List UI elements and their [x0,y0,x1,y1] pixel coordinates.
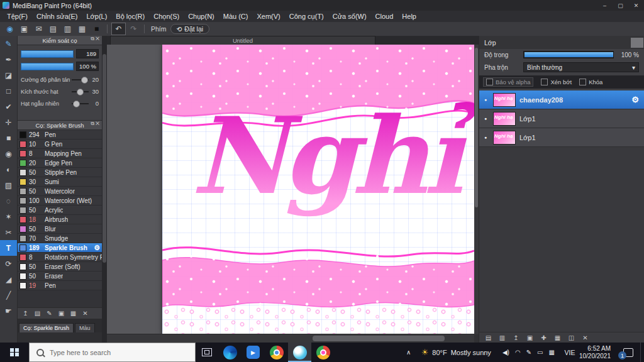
brush-folder-icon[interactable]: ▦ [69,310,78,317]
blend-mode-select[interactable]: Bình thường ▾ [523,62,639,72]
pen-tool-icon[interactable]: ✒ [0,52,17,67]
menu-item-mau[interactable]: Màu (C) [219,11,253,22]
text-tool-icon[interactable]: T [0,240,17,256]
tray-chevron-up-icon[interactable]: ∧ [402,343,416,362]
brush-size-slider[interactable] [21,50,74,58]
keyboard-icon[interactable]: ▦ [548,349,554,356]
document-canvas[interactable]: Nghỉ hạ [162,45,474,334]
delete-layer-icon[interactable]: ✕ [580,334,590,341]
menu-item-chup[interactable]: Chụp(N) [184,11,219,22]
show-desktop-button[interactable] [640,343,644,362]
layer-row[interactable]: ● Nghỉ hạ Lớp1 [479,109,644,128]
language-indicator[interactable]: VIE [560,343,579,362]
close-button[interactable]: ✕ [628,0,644,11]
scissors-tool-icon[interactable]: ✂ [0,224,17,240]
rotate-tool-icon[interactable]: ⟳ [0,256,17,272]
taskbar-media-app[interactable]: ▶ [242,343,265,362]
brush-item[interactable]: 50Watercolor [18,187,102,196]
brush-opacity-slider[interactable] [21,63,74,70]
start-button[interactable] [0,343,29,362]
brush-item[interactable]: 18Airbrush [18,215,102,224]
layer-visibility-icon[interactable]: ● [482,116,489,121]
brush-item[interactable]: 100Watercolor (Wet) [18,196,102,206]
apply-tool-icon[interactable]: ✔ [0,99,17,114]
new-folder-icon[interactable]: ▥ [497,334,507,341]
menu-item-lop[interactable]: Lớp(L) [82,11,111,22]
task-view-button[interactable] [196,343,218,362]
menu-item-help[interactable]: Help [397,11,421,22]
bucket-tool-icon[interactable]: ◉ [0,146,17,162]
document-tab[interactable]: Untitled [110,36,375,45]
layer-row-selected[interactable]: ● Nghỉ hạ chaenday208 ⚙ [479,90,644,109]
gradient-tool-icon[interactable]: ◐ [0,162,17,177]
tab-brush[interactable]: Cọ: Sparkle Brush [19,323,74,332]
menu-item-chinh-sua[interactable]: Chỉnh sửa(E) [32,11,82,22]
move-tool-icon[interactable]: ✛ [0,114,17,130]
tab-color[interactable]: Màu [75,323,95,332]
layer-visibility-icon[interactable]: ● [482,97,489,102]
network-icon[interactable]: ◠ [515,349,521,356]
menu-item-xem[interactable]: Xem(V) [252,11,284,22]
delete-brush-icon[interactable]: ✕ [80,310,90,317]
grid-icon[interactable]: ▦ [75,23,89,35]
document-icon[interactable]: ▥ [61,23,74,35]
brush-item[interactable]: 19Pen [18,281,102,290]
brush-item[interactable]: 50Eraser (Soft) [18,262,102,272]
edit-brush-icon[interactable]: ✎ [45,310,54,317]
taskbar-weather-widget[interactable]: ☀ 80°F Mostly sunny [416,343,497,362]
brush-item[interactable]: 30Sumi [18,177,102,187]
taskbar-edge-app[interactable] [218,343,242,362]
panel-dock-handle[interactable] [631,38,643,48]
taskbar-chrome-app[interactable] [265,343,288,362]
protect-alpha-checkbox[interactable]: Bảo vệ alpha [483,77,533,87]
comment-icon[interactable]: ✉ [32,23,45,35]
layer-row[interactable]: ● Nghỉ hạ Lớp1 [479,128,644,147]
transfer-layer-icon[interactable]: ↥ [511,334,521,341]
brush-tool-icon[interactable]: ✎ [0,36,17,52]
brush-item-selected[interactable]: 189Sparkle Brush⚙ [18,243,102,253]
swatch-icon[interactable]: ■ [90,23,103,35]
menu-item-bo-loc[interactable]: Bộ lọc(R) [111,11,149,22]
reorder-brush-icon[interactable]: ↥ [21,310,30,317]
merge-layer-icon[interactable]: ▣ [525,334,535,341]
menu-item-chon[interactable]: Chọn(S) [149,11,184,22]
menu-item-tep[interactable]: Tệp(F) [3,11,32,22]
layer-opacity-slider[interactable] [523,51,614,58]
redo-button[interactable]: ↷ [127,23,140,35]
layer-visibility-icon[interactable]: ● [482,135,489,140]
brush-item[interactable]: 8Mapping Pen [18,149,102,158]
minimize-button[interactable]: – [597,0,613,11]
save-icon[interactable]: ▣ [18,23,31,35]
panel-detach-close-icons[interactable]: ⧉✕ [91,36,101,42]
left-panel-scrollbar[interactable] [102,36,107,343]
canvas-viewport[interactable]: Nghỉ hạ [107,45,479,343]
taskbar-search-input[interactable]: Type here to search [29,343,196,362]
speaker-icon[interactable]: ◀) [502,349,509,356]
taskbar-clock[interactable]: 6:52 AM 10/20/2021 [579,343,616,362]
magic-wand-tool-icon[interactable]: ✶ [0,209,17,224]
clipping-checkbox[interactable]: Xén bớt [541,79,572,85]
lock-checkbox[interactable]: Khóa [579,79,602,85]
reset-button[interactable]: ⟲ Đặt lại [170,24,210,34]
add-brush-icon[interactable]: ▤ [33,310,42,317]
action-center-button[interactable]: 1 [616,343,640,362]
divide-tool-icon[interactable]: ╱ [0,287,17,303]
brush-item[interactable]: 50Stipple Pen [18,168,102,177]
scrollbar-thumb[interactable] [475,48,478,207]
brush-item[interactable]: 50Acrylic [18,206,102,215]
canvas-horizontal-scrollbar[interactable] [107,334,474,343]
param-slider[interactable] [72,91,89,92]
panel-detach-close-icons[interactable]: ⧉✕ [91,121,101,127]
menu-item-cua-so[interactable]: Cửa sổ(W) [328,11,371,22]
material-layer-icon[interactable]: ▦ [553,334,562,341]
eraser-tool-icon[interactable]: ◪ [0,67,17,83]
taskbar-medibang-app[interactable] [288,343,311,362]
param-slider[interactable] [72,103,89,104]
brush-item[interactable]: 70Smudge [18,234,102,243]
clear-layer-icon[interactable]: ✚ [539,334,548,341]
brush-preset-icon[interactable]: ◉ [3,23,16,35]
canvas-vertical-scrollbar[interactable] [474,45,479,334]
maximize-button[interactable]: ▢ [613,0,628,11]
lasso-tool-icon[interactable]: ◌ [0,193,17,209]
new-layer-icon[interactable]: ▤ [484,334,493,341]
